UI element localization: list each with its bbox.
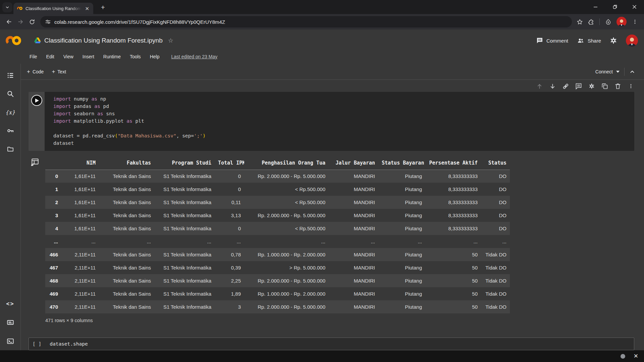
browser-menu-kebab-icon[interactable] xyxy=(629,16,641,27)
table-cell: 8,333333333 xyxy=(425,170,481,183)
star-notebook-icon[interactable]: ☆ xyxy=(168,37,173,44)
command-palette-icon[interactable] xyxy=(6,318,15,327)
run-cell-button[interactable] xyxy=(31,95,42,106)
share-people-icon xyxy=(577,37,584,44)
row-index: 4 xyxy=(45,222,61,235)
table-cell: S1 Teknik Informatika xyxy=(154,170,215,183)
delete-cell-icon[interactable] xyxy=(614,82,622,90)
table-cell: 2,11E+11 xyxy=(61,248,99,261)
code-line: import matplotlib.pyplot as plt xyxy=(53,117,631,125)
code-editor[interactable]: import numpy as npimport pandas as pdimp… xyxy=(45,92,634,151)
terminal-icon[interactable] xyxy=(6,337,15,346)
copy-link-to-cell-icon[interactable] xyxy=(562,82,569,90)
table-cell: MANDIRI xyxy=(329,196,378,209)
tab-close-icon[interactable]: ✕ xyxy=(84,5,90,12)
row-index: 469 xyxy=(45,287,61,300)
column-header xyxy=(45,156,61,170)
connect-dropdown-icon[interactable] xyxy=(616,71,620,73)
colab-profile-avatar[interactable] xyxy=(626,35,638,47)
table-cell: Piutang xyxy=(378,196,425,209)
notebook-title[interactable]: Classification Using Random Forest.ipynb xyxy=(44,37,163,44)
search-icon[interactable] xyxy=(6,89,15,99)
table-cell: < Rp.500.000 xyxy=(244,222,329,235)
browser-profile-avatar[interactable] xyxy=(616,17,627,27)
connect-button[interactable]: Connect xyxy=(595,69,620,74)
menu-runtime[interactable]: Runtime xyxy=(103,54,121,59)
table-cell: Tidak DO xyxy=(481,300,510,313)
add-comment-icon[interactable] xyxy=(575,82,582,90)
window-close-button[interactable] xyxy=(625,0,644,13)
column-header: Program Studi xyxy=(154,156,215,170)
menu-file[interactable]: File xyxy=(30,54,37,59)
new-tab-button[interactable]: + xyxy=(99,3,107,12)
table-of-contents-icon[interactable] xyxy=(6,71,15,80)
forward-button[interactable] xyxy=(15,16,26,27)
dataframe-shape-footer: 471 rows × 9 columns xyxy=(45,318,510,323)
table-cell: 50 xyxy=(425,261,481,274)
plus-icon: + xyxy=(52,68,55,75)
bookmark-star-icon[interactable] xyxy=(574,16,585,27)
table-row: 01,61E+11Teknik dan SainsS1 Teknik Infor… xyxy=(45,170,510,183)
files-folder-icon[interactable] xyxy=(6,144,15,154)
last-edited-link[interactable]: Last edited on 23 May xyxy=(171,54,217,59)
bottom-status-bar: ✕ xyxy=(0,350,644,362)
table-cell: 3,13 xyxy=(215,209,244,222)
window-restore-button[interactable] xyxy=(605,0,625,13)
table-cell: Piutang xyxy=(378,287,425,300)
table-row: 4672,11E+11Teknik dan SainsS1 Teknik Inf… xyxy=(45,261,510,274)
url-bar[interactable]: colab.research.google.com/drive/1fSU7Dgj… xyxy=(40,16,572,27)
table-row: 4692,11E+11Teknik dan SainsS1 Teknik Inf… xyxy=(45,287,510,300)
open-in-tab-icon[interactable] xyxy=(601,82,608,90)
menu-help[interactable]: Help xyxy=(150,54,160,59)
table-row: 41,61E+11Teknik dan SainsS1 Teknik Infor… xyxy=(45,222,510,235)
table-cell: ... xyxy=(99,235,154,248)
table-cell: ... xyxy=(425,235,481,248)
table-cell: Teknik dan Sains xyxy=(99,300,154,313)
table-cell: MANDIRI xyxy=(329,222,378,235)
interactive-table-icon[interactable] xyxy=(31,158,39,167)
tab-search-button[interactable] xyxy=(2,2,12,12)
add-text-button[interactable]: +Text xyxy=(52,68,66,75)
table-cell: MANDIRI xyxy=(329,287,378,300)
table-cell: Tidak DO xyxy=(481,248,510,261)
menu-edit[interactable]: Edit xyxy=(46,54,54,59)
share-button[interactable]: Share xyxy=(577,37,601,44)
site-settings-icon[interactable] xyxy=(45,19,51,25)
menu-tools[interactable]: Tools xyxy=(130,54,141,59)
reload-button[interactable] xyxy=(26,16,38,27)
toolbar-divider xyxy=(624,68,625,76)
table-cell: MANDIRI xyxy=(329,183,378,196)
move-cell-down-icon[interactable] xyxy=(549,82,556,90)
browser-tab[interactable]: Classification Using Random Forest.ipynb… xyxy=(13,3,93,14)
comment-button[interactable]: Comment xyxy=(536,37,568,44)
cell-toolbar xyxy=(536,82,635,90)
url-text: colab.research.google.com/drive/1fSU7Dgj… xyxy=(54,19,225,25)
comment-icon xyxy=(536,37,543,44)
close-bottom-pane-icon[interactable]: ✕ xyxy=(634,353,638,359)
energy-saver-icon[interactable] xyxy=(602,16,614,27)
menu-insert[interactable]: Insert xyxy=(83,54,94,59)
variables-icon[interactable]: {x} xyxy=(6,108,15,117)
back-button[interactable] xyxy=(3,16,15,27)
cell-more-options-kebab-icon[interactable] xyxy=(627,82,635,90)
window-minimize-button[interactable] xyxy=(586,0,605,13)
table-cell: Teknik dan Sains xyxy=(99,248,154,261)
collapse-header-icon[interactable] xyxy=(629,69,635,75)
column-header: Jalur Bayaran xyxy=(329,156,378,170)
move-cell-up-icon[interactable] xyxy=(536,82,543,90)
add-code-button[interactable]: +Code xyxy=(27,68,44,75)
colab-logo[interactable] xyxy=(5,35,22,46)
secrets-key-icon[interactable] xyxy=(6,126,15,135)
settings-gear-icon[interactable] xyxy=(610,37,617,44)
table-cell: 0,78 xyxy=(215,248,244,261)
table-cell: S1 Teknik Informatika xyxy=(154,209,215,222)
cell-settings-gear-icon[interactable] xyxy=(588,82,595,90)
next-cell-code: dataset.shape xyxy=(50,341,88,347)
code-snippets-icon[interactable]: <> xyxy=(6,299,15,308)
extensions-icon[interactable] xyxy=(585,16,597,27)
table-cell: S1 Teknik Informatika xyxy=(154,300,215,313)
chevron-down-icon xyxy=(5,5,10,10)
next-code-cell[interactable]: [ ] dataset.shape xyxy=(29,338,634,350)
table-cell: Teknik dan Sains xyxy=(99,287,154,300)
menu-view[interactable]: View xyxy=(63,54,73,59)
